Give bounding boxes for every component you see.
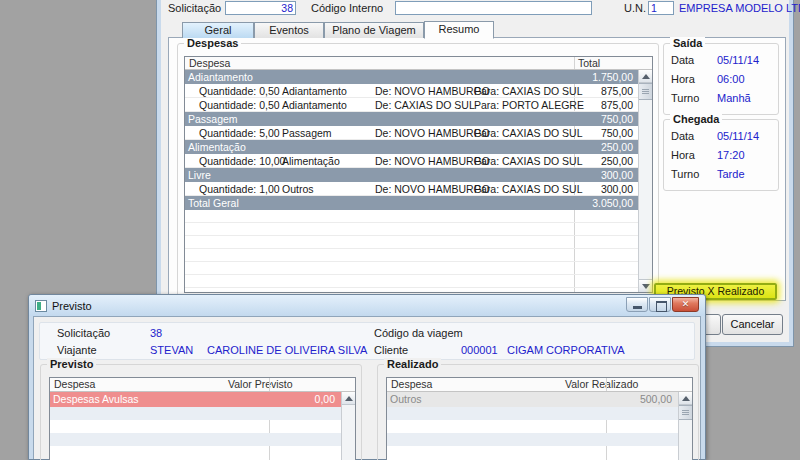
cell-de: De: NOVO HAMBURGO xyxy=(375,84,490,98)
cell-total: 300,00 xyxy=(574,182,638,196)
un-field[interactable]: 1 xyxy=(648,1,674,15)
cell-quantidade: Quantidade: 5,00 xyxy=(199,126,280,140)
cell-despesa: Adiantamento xyxy=(282,98,347,112)
vertical-scrollbar[interactable] xyxy=(638,70,652,292)
saida-turno-label: Turno xyxy=(671,92,699,104)
cancelar-button[interactable]: Cancelar xyxy=(722,314,783,335)
empty-row xyxy=(185,223,638,236)
cell-de: De: CAXIAS DO SUL xyxy=(375,98,475,112)
pv-viajante-label: Viajante xyxy=(57,344,97,356)
column-divider xyxy=(269,378,270,391)
vertical-scrollbar[interactable] xyxy=(678,392,692,460)
chegada-title: Chegada xyxy=(670,113,722,125)
empty-row xyxy=(185,262,638,275)
cell-despesa: Despesas Avulsas xyxy=(53,392,139,407)
cell-quantidade: Quantidade: 0,50 xyxy=(199,98,280,112)
empty-row xyxy=(387,407,678,420)
close-button[interactable] xyxy=(672,297,699,312)
maximize-button[interactable] xyxy=(649,297,671,312)
table-row[interactable]: Quantidade: 5,00 Passagem De: NOVO HAMBU… xyxy=(185,126,638,140)
empty-row xyxy=(387,420,678,433)
previsto-window-client: Solicitação 38 Viajante STEVAN CAROLINE … xyxy=(33,316,701,459)
realizado-grid: Despesa Valor Realizado Outros 500,00 xyxy=(386,377,693,460)
cell-despesa: Alimentação xyxy=(282,154,340,168)
empty-row xyxy=(185,210,638,223)
un-label: U.N. xyxy=(624,2,646,14)
group-label: Passagem xyxy=(188,112,238,126)
vertical-scrollbar[interactable] xyxy=(341,392,355,460)
pv-cliente-label: Cliente xyxy=(374,344,408,356)
column-valor-realizado: Valor Realizado xyxy=(565,378,638,391)
table-row[interactable]: Quantidade: 0,50 Adiantamento De: CAXIAS… xyxy=(185,98,638,112)
previsto-grid: Despesa Valor Previsto Despesas Avulsas … xyxy=(49,377,356,460)
scroll-up-button[interactable] xyxy=(639,70,652,83)
selected-row[interactable]: Despesas Avulsas 0,00 xyxy=(50,392,341,407)
column-total: Total xyxy=(578,57,600,70)
table-row-group[interactable]: Adiantamento 1.750,00 xyxy=(185,70,638,84)
cell-despesa: Adiantamento xyxy=(282,84,347,98)
table-row[interactable]: Quantidade: 1,00 Outros De: NOVO HAMBURG… xyxy=(185,182,638,196)
previsto-panel-groupbox: Previsto Despesa Valor Previsto Despesas… xyxy=(40,364,362,460)
cell-total: 250,00 xyxy=(574,154,638,168)
chegada-hora-label: Hora xyxy=(671,149,695,161)
arrow-up-icon xyxy=(345,396,353,401)
cell-total: 875,00 xyxy=(574,98,638,112)
solicitacao-label: Solicitação xyxy=(168,2,221,14)
empty-row xyxy=(50,420,341,433)
empty-row xyxy=(185,236,638,249)
previsto-window: Previsto Solicitação 38 Viajante STEVAN … xyxy=(28,294,706,460)
column-divider xyxy=(574,57,575,69)
column-despesa: Despesa xyxy=(54,378,95,391)
saida-title: Saída xyxy=(670,37,705,49)
scroll-up-button[interactable] xyxy=(342,392,355,405)
minimize-button[interactable] xyxy=(626,297,648,312)
cell-quantidade: Quantidade: 0,50 xyxy=(199,84,280,98)
group-label: Adiantamento xyxy=(188,70,253,84)
scrollbar-thumb[interactable] xyxy=(679,405,692,420)
table-row[interactable]: Quantidade: 10,00 Alimentação De: NOVO H… xyxy=(185,154,638,168)
empty-row xyxy=(50,433,341,446)
pv-cliente-name: CIGAM CORPORATIVA xyxy=(507,344,625,356)
scrollbar-thumb[interactable] xyxy=(639,83,652,100)
grip-icon xyxy=(682,410,689,415)
pv-cliente-code: 000001 xyxy=(461,344,498,356)
despesas-grid-header: Despesa Total xyxy=(185,57,652,70)
scroll-up-button[interactable] xyxy=(679,392,692,405)
empty-row xyxy=(387,446,678,459)
saida-data-value: 05/11/14 xyxy=(717,54,759,66)
chegada-data-label: Data xyxy=(671,130,694,142)
table-row[interactable]: Quantidade: 0,50 Adiantamento De: NOVO H… xyxy=(185,84,638,98)
despesas-grid: Despesa Total Adiantamento 1.750,00 Quan… xyxy=(184,56,653,293)
grip-icon xyxy=(642,89,649,94)
window-title: Previsto xyxy=(52,300,92,312)
group-total: 300,00 xyxy=(574,168,638,182)
table-row[interactable]: Outros 500,00 xyxy=(387,392,678,407)
caption-buttons xyxy=(626,297,699,312)
un-company-text: EMPRESA MODELO LTDA xyxy=(679,2,800,14)
codigo-interno-field[interactable] xyxy=(395,1,592,15)
table-row-total-geral[interactable]: Total Geral 3.050,00 xyxy=(185,196,638,210)
column-despesa: Despesa xyxy=(391,378,432,391)
previsto-header-panel: Solicitação 38 Viajante STEVAN CAROLINE … xyxy=(39,322,695,360)
table-row-group[interactable]: Livre 300,00 xyxy=(185,168,638,182)
table-row-group[interactable]: Passagem 750,00 xyxy=(185,112,638,126)
group-total: 3.050,00 xyxy=(574,196,638,210)
scroll-down-button[interactable] xyxy=(639,279,652,292)
cell-para: Para: CAXIAS DO SUL xyxy=(474,182,583,196)
cell-despesa: Outros xyxy=(282,182,314,196)
tab-plano-de-viagem[interactable]: Plano de Viagem xyxy=(324,22,424,38)
solicitacao-field[interactable]: 38 xyxy=(225,1,296,15)
group-label: Total Geral xyxy=(188,196,239,210)
cell-para: Para: CAXIAS DO SUL xyxy=(474,84,583,98)
tab-geral[interactable]: Geral xyxy=(182,22,254,38)
cell-valor: 500,00 xyxy=(606,392,676,407)
tab-eventos[interactable]: Eventos xyxy=(254,22,324,38)
group-total: 1.750,00 xyxy=(574,70,638,84)
table-row-group[interactable]: Alimentação 250,00 xyxy=(185,140,638,154)
title-bar[interactable]: Previsto xyxy=(29,295,705,316)
cell-despesa: Passagem xyxy=(282,126,332,140)
arrow-down-icon xyxy=(642,284,650,289)
tab-resumo[interactable]: Resumo xyxy=(424,21,494,39)
pv-solicitacao-label: Solicitação xyxy=(57,327,110,339)
cell-quantidade: Quantidade: 10,00 xyxy=(199,154,285,168)
